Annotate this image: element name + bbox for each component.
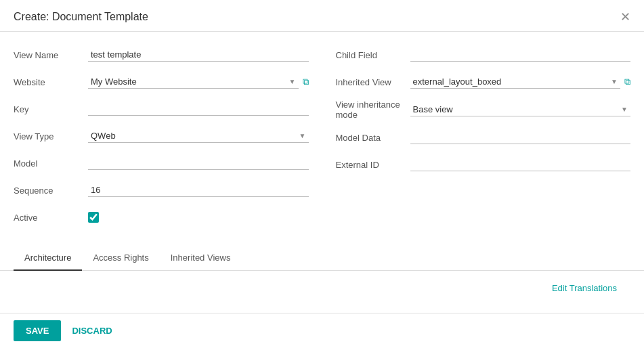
view-name-input[interactable] <box>88 48 309 62</box>
model-input[interactable] <box>88 156 309 170</box>
form-left: View Name Website My Website ▼ ⧉ Key Vie… <box>14 45 309 235</box>
footer-bar: SAVE DISCARD <box>0 313 644 348</box>
sequence-label: Sequence <box>14 186 88 196</box>
view-type-select-wrapper: QWeb ▼ <box>88 129 309 143</box>
website-select-wrapper: My Website ▼ <box>88 75 299 89</box>
save-button[interactable]: SAVE <box>14 320 61 341</box>
model-label: Model <box>14 158 88 169</box>
website-row: Website My Website ▼ ⧉ <box>14 72 309 91</box>
external-id-label: External ID <box>336 160 410 170</box>
active-label: Active <box>14 213 88 223</box>
tab-architecture[interactable]: Architecture <box>14 246 82 271</box>
website-label: Website <box>14 77 88 87</box>
view-name-row: View Name <box>14 45 309 64</box>
edit-translations-button[interactable]: Edit Translations <box>14 278 630 299</box>
external-id-input[interactable] <box>410 158 631 171</box>
active-checkbox-wrapper <box>88 212 99 223</box>
key-input[interactable] <box>88 102 309 116</box>
tabs-bar: Architecture Access Rights Inherited Vie… <box>0 246 644 271</box>
discard-button[interactable]: DISCARD <box>69 320 114 341</box>
model-data-label: Model Data <box>336 133 410 143</box>
tab-access-rights[interactable]: Access Rights <box>82 246 159 271</box>
inherited-view-select-wrapper: external_layout_boxed ▼ <box>410 75 621 89</box>
website-select[interactable]: My Website <box>88 75 299 88</box>
inherited-view-row: Inherited View external_layout_boxed ▼ ⧉ <box>336 72 631 91</box>
child-field-row: Child Field <box>336 45 631 64</box>
view-type-row: View Type QWeb ▼ <box>14 127 309 146</box>
view-type-select[interactable]: QWeb <box>88 129 309 142</box>
model-data-input[interactable] <box>410 131 631 144</box>
inherited-view-external-link-icon[interactable]: ⧉ <box>624 77 630 87</box>
website-external-link-icon[interactable]: ⧉ <box>303 77 309 87</box>
inherited-view-label: Inherited View <box>336 77 410 87</box>
close-icon[interactable]: ✕ <box>620 9 630 24</box>
inherited-view-select[interactable]: external_layout_boxed <box>410 75 621 88</box>
view-name-label: View Name <box>14 50 88 60</box>
form-right: Child Field Inherited View external_layo… <box>336 45 631 235</box>
child-field-label: Child Field <box>336 50 410 60</box>
view-inheritance-mode-label: View inheritance mode <box>336 100 410 120</box>
child-field-input[interactable] <box>410 48 631 62</box>
view-inheritance-mode-select[interactable]: Base viewExtension viewPrimary view <box>410 103 631 116</box>
page-title: Create: Document Template <box>14 11 148 23</box>
model-data-row: Model Data <box>336 128 631 147</box>
form-area: View Name Website My Website ▼ ⧉ Key Vie… <box>0 32 644 235</box>
model-row: Model <box>14 154 309 173</box>
external-id-row: External ID <box>336 155 631 174</box>
key-label: Key <box>14 104 88 114</box>
active-row: Active <box>14 208 309 227</box>
view-inheritance-mode-select-wrapper: Base viewExtension viewPrimary view ▼ <box>410 103 631 116</box>
active-checkbox[interactable] <box>88 212 99 223</box>
view-type-label: View Type <box>14 131 88 142</box>
view-inheritance-mode-row: View inheritance mode Base viewExtension… <box>336 100 631 120</box>
sequence-input[interactable] <box>88 183 309 197</box>
dialog-header: Create: Document Template ✕ <box>0 0 644 32</box>
key-row: Key <box>14 100 309 118</box>
tab-inherited-views[interactable]: Inherited Views <box>160 246 242 271</box>
sequence-row: Sequence <box>14 181 309 200</box>
